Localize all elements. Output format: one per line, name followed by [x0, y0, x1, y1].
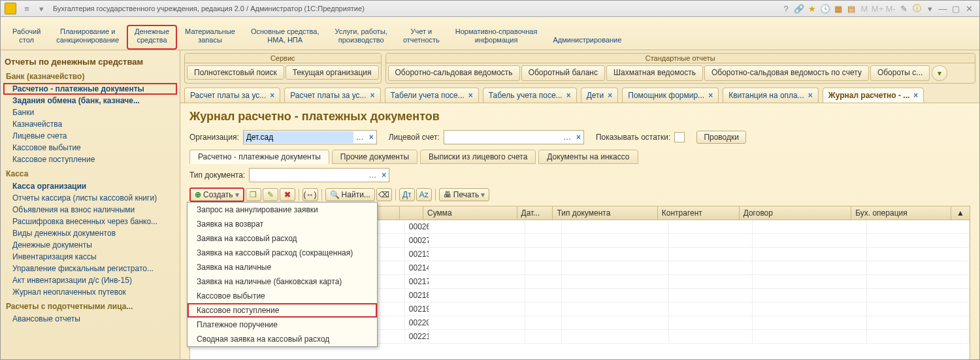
nav-tab[interactable]: Нормативно-справочнаяинформация [448, 25, 546, 50]
nav-tab[interactable]: Администрирование [545, 33, 629, 50]
report-button[interactable]: Оборотно-сальдовая ведомость по счету [704, 65, 869, 81]
acct-clear-icon[interactable]: × [574, 133, 583, 142]
acct-input[interactable] [444, 131, 561, 143]
dropdown-item[interactable]: Запрос на аннулирование заявки [188, 203, 377, 217]
doctype-input[interactable] [250, 169, 366, 181]
tab-close-icon[interactable]: × [270, 91, 274, 100]
doc-tab[interactable]: Помощник формир...× [622, 88, 719, 103]
nav-tab[interactable]: Основные средства,НМА, НПА [243, 25, 327, 50]
dropdown-item[interactable]: Сводная заявка на кассовый расход [188, 332, 377, 346]
delete-button[interactable]: ✖ [280, 188, 295, 201]
dropdown-item[interactable]: Кассовое поступление [188, 303, 377, 318]
star-icon[interactable]: ★ [807, 3, 817, 14]
postings-button[interactable]: Проводки [696, 131, 746, 144]
doc-tab[interactable]: Дети× [581, 88, 619, 103]
nav-tab[interactable]: Рабочийстол [5, 25, 48, 50]
copy-button[interactable]: ❐ [246, 188, 261, 201]
refresh-button[interactable]: (↔) [302, 188, 318, 201]
doc-tab[interactable]: Квитанция на опла...× [723, 88, 819, 103]
sub-tab[interactable]: Расчетно - платежные документы [189, 150, 329, 164]
doc-tab[interactable]: Расчет платы за ус...× [184, 88, 280, 103]
left-item[interactable]: Лицевые счета [3, 130, 177, 142]
left-item[interactable]: Кассовое поступление [3, 154, 177, 165]
sub-tab[interactable]: Документы на инкассо [538, 150, 638, 164]
dropdown-item[interactable]: Платежное поручение [188, 318, 377, 332]
tab-close-icon[interactable]: × [608, 91, 612, 100]
table-column-header[interactable]: Дат... [517, 206, 553, 220]
service-button[interactable]: Полнотекстовый поиск [187, 65, 284, 80]
left-item[interactable]: Расчетно - платежные документы [3, 83, 177, 95]
min-icon[interactable]: — [938, 3, 948, 14]
scroll-up-icon[interactable]: ▲ [951, 206, 970, 220]
find-button[interactable]: 🔍 Найти... [325, 188, 375, 201]
close-icon[interactable]: ✕ [964, 3, 974, 14]
nav-tab[interactable]: Денежныесредства [127, 25, 177, 50]
org-input[interactable] [244, 131, 353, 143]
left-item[interactable]: Инвентаризация кассы [3, 251, 177, 263]
table-column-header[interactable]: Бух. операция [851, 206, 951, 220]
table-column-header[interactable]: Контрагент [658, 206, 740, 220]
doctype-clear-icon[interactable]: × [379, 171, 389, 180]
tab-close-icon[interactable]: × [708, 91, 713, 100]
doctype-ellipsis-icon[interactable]: … [366, 171, 379, 180]
left-item[interactable]: Авансовые отчеты [3, 313, 177, 325]
report-button[interactable]: Оборотно-сальдовая ведомость [388, 65, 520, 81]
nav-tab[interactable]: Учет иотчетность [395, 25, 448, 50]
doc-tab[interactable]: Табель учета посе...× [483, 88, 577, 103]
remains-checkbox[interactable] [674, 132, 685, 142]
doc-tab[interactable]: Журнал расчетно - ...× [823, 88, 924, 103]
dropdown-item[interactable]: Заявка на кассовый расход (сокращенная) [188, 246, 377, 260]
max-icon[interactable]: ▢ [951, 3, 961, 14]
post-button[interactable]: Дт [399, 188, 415, 201]
sub-tab[interactable]: Выписки из лицевого счета [420, 150, 536, 164]
tab-close-icon[interactable]: × [370, 91, 375, 100]
left-item[interactable]: Объявления на взнос наличными [3, 204, 177, 216]
left-item[interactable]: Денежные документы [3, 239, 177, 251]
nav-tab[interactable]: Материальныезапасы [177, 25, 243, 50]
left-item[interactable]: Виды денежных документов [3, 227, 177, 239]
doc-tab[interactable]: Расчет платы за ус...× [284, 88, 380, 103]
m-icon[interactable]: M [859, 3, 870, 14]
table-column-header[interactable]: Сумма [423, 206, 517, 220]
left-item[interactable]: Журнал неоплаченных путевок [3, 286, 177, 298]
left-item[interactable]: Задания обмена (банк, казначе... [3, 95, 177, 106]
sub-tab[interactable]: Прочие документы [332, 150, 417, 164]
cal-icon[interactable]: ▤ [846, 3, 857, 14]
clock-icon[interactable]: 🕓 [820, 3, 830, 14]
left-item[interactable]: Отчеты кассира (листы кассовой книги) [3, 192, 177, 204]
acct-ellipsis-icon[interactable]: … [561, 133, 574, 142]
report-button[interactable]: Обороты с... [870, 65, 930, 81]
org-clear-icon[interactable]: × [367, 133, 376, 142]
more-reports-icon[interactable]: ▾ [932, 65, 947, 81]
left-item[interactable]: Расшифровка внесенных через банко... [3, 216, 177, 227]
mplus-icon[interactable]: M+ [872, 3, 883, 14]
left-item[interactable]: Кассовое выбытие [3, 142, 177, 154]
dropdown-icon[interactable]: ▾ [36, 3, 46, 14]
doc-tab[interactable]: Табели учета посе...× [385, 88, 479, 103]
left-item[interactable]: Акт инвентаризации д/с (Инв-15) [3, 274, 177, 286]
table-column-header[interactable] [400, 206, 423, 220]
table-column-header[interactable]: Тип документа [553, 206, 657, 220]
info-icon[interactable]: ⓘ [911, 3, 922, 14]
tab-close-icon[interactable]: × [468, 91, 473, 100]
sort-button[interactable]: Аz [416, 188, 432, 201]
nav-tab[interactable]: Планирование исанкционирование [48, 25, 127, 50]
dropdown-item[interactable]: Заявка на наличные (банковская карта) [188, 274, 377, 289]
left-item[interactable]: Казначейства [3, 118, 177, 130]
table-column-header[interactable]: Договор [740, 206, 852, 220]
print-button[interactable]: 🖶 Печать ▾ [439, 188, 489, 201]
service-button[interactable]: Текущая организация [286, 65, 379, 80]
clear-find-button[interactable]: ⌫ [376, 188, 392, 201]
edit-button[interactable]: ✎ [263, 188, 278, 201]
report-button[interactable]: Оборотный баланс [521, 65, 605, 81]
create-button[interactable]: ⊕ Создать ▾ [189, 188, 244, 202]
wand-icon[interactable]: ✎ [898, 3, 909, 14]
calc-icon[interactable]: ▦ [833, 3, 843, 14]
left-item[interactable]: Банки [3, 106, 177, 118]
dropdown-item[interactable]: Кассовое выбытие [188, 289, 377, 303]
link-icon[interactable]: 🔗 [794, 3, 804, 14]
left-item[interactable]: Управление фискальным регистрато... [3, 263, 177, 274]
dropdown-item[interactable]: Заявка на возврат [188, 217, 377, 231]
tab-close-icon[interactable]: × [913, 91, 918, 100]
org-ellipsis-icon[interactable]: … [353, 133, 367, 142]
